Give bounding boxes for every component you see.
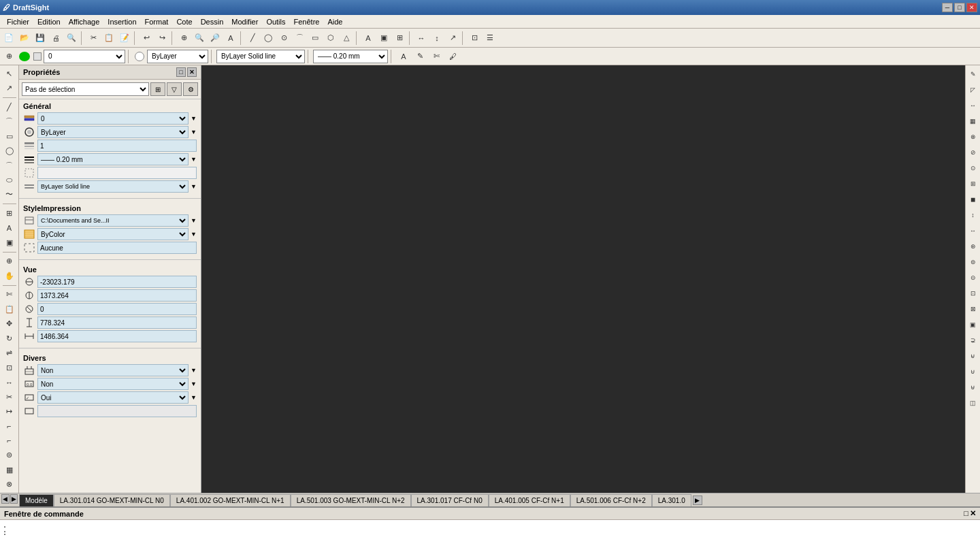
tab-la501006[interactable]: LA.501.006 CF-Cf N+2 (570, 494, 652, 506)
leader-button[interactable]: ↗ (445, 31, 460, 46)
layer-button[interactable]: ⊡ (467, 31, 482, 46)
divers-2-value[interactable]: Non (37, 378, 189, 390)
rt-btn-5[interactable]: ⊗ (966, 129, 981, 144)
minimize-button[interactable]: ─ (942, 3, 953, 12)
close-button[interactable]: ✕ (966, 3, 977, 12)
menu-outils[interactable]: Outils (262, 16, 289, 27)
circle-tool[interactable]: ◯ (2, 144, 17, 157)
block-insert-tool[interactable]: ▣ (2, 236, 17, 249)
rt-btn-10[interactable]: ↕ (966, 208, 981, 223)
triangle-button[interactable]: △ (339, 31, 354, 46)
paste-button[interactable]: 📝 (117, 31, 132, 46)
properties-dock-button[interactable]: □ (176, 67, 186, 77)
menu-insertion[interactable]: Insertion (103, 16, 140, 27)
snap-button[interactable]: ⊕ (176, 31, 191, 46)
extend-tool[interactable]: ↦ (2, 404, 17, 418)
si-style-value[interactable]: ByColor (37, 228, 189, 240)
color-select[interactable]: ByLayer (147, 50, 208, 63)
tab-la501003[interactable]: LA.501.003 GO-MEXT-MIN-CL N+2 (291, 494, 411, 506)
mirror-tool[interactable]: ⇌ (2, 346, 17, 359)
menu-cote[interactable]: Cote (172, 16, 196, 27)
rt-btn-21[interactable]: ⊎ (966, 380, 981, 395)
tab-la301017[interactable]: LA.301.017 CF-Cf N0 (411, 494, 489, 506)
select-similar[interactable]: ↗ (2, 81, 17, 95)
print-button[interactable]: 🖨 (48, 31, 63, 46)
rotate-tool[interactable]: ↻ (2, 331, 17, 345)
polyline-tool[interactable]: ⌒ (2, 114, 17, 128)
move-tool[interactable]: ✥ (2, 317, 17, 331)
cmd-close-button[interactable]: ✕ (970, 509, 976, 518)
line-button[interactable]: ╱ (245, 31, 260, 46)
menu-edition[interactable]: Edition (33, 16, 65, 27)
polygon-button[interactable]: ⬡ (323, 31, 338, 46)
menu-aide[interactable]: Aide (323, 16, 346, 27)
rt-btn-18[interactable]: ⊋ (966, 333, 981, 348)
rt-btn-4[interactable]: ▦ (966, 114, 981, 129)
properties-close-button[interactable]: ✕ (187, 67, 197, 77)
menu-fenetre[interactable]: Fenêtre (290, 16, 324, 27)
rt-btn-17[interactable]: ▣ (966, 317, 981, 332)
fillet-tool[interactable]: ⌐ (2, 419, 17, 433)
divers-1-arrow[interactable]: ▼ (191, 367, 197, 374)
text-tool[interactable]: A (2, 221, 17, 235)
redo-button[interactable]: ↪ (154, 31, 169, 46)
iso-button[interactable]: ✄ (429, 49, 444, 64)
erase-tool[interactable]: ✄ (2, 288, 17, 302)
copy-button[interactable]: 📋 (101, 31, 116, 46)
tab-modele[interactable]: Modèle (19, 494, 54, 506)
color-value[interactable]: ByLayer (37, 126, 189, 138)
dim2-button[interactable]: ↕ (429, 31, 444, 46)
arc-tool[interactable]: ⌒ (2, 159, 17, 172)
cmd-undock-button[interactable]: □ (964, 509, 968, 518)
rt-btn-6[interactable]: ⊘ (966, 145, 981, 160)
rect-button[interactable]: ▭ (308, 31, 323, 46)
zoom-window-tool[interactable]: ⊕ (2, 255, 17, 268)
open-button[interactable]: 📂 (17, 31, 32, 46)
trim-tool[interactable]: ✂ (2, 390, 17, 404)
tab-la401005[interactable]: LA.401.005 CF-Cf N+1 (489, 494, 570, 506)
undo-button[interactable]: ↩ (139, 31, 154, 46)
rt-btn-15[interactable]: ⊡ (966, 286, 981, 301)
zoom-text-button[interactable]: A (223, 31, 238, 46)
stretch-tool[interactable]: ↔ (2, 375, 17, 389)
scale-tool[interactable]: ⊡ (2, 361, 17, 374)
menu-affichage[interactable]: Affichage (65, 16, 104, 27)
rt-btn-1[interactable]: ✎ (966, 67, 981, 82)
array-tool[interactable]: ▦ (2, 463, 17, 476)
break-tool[interactable]: ⊗ (2, 478, 17, 491)
select-filter-button[interactable]: ▽ (167, 82, 182, 96)
color-dropdown-arrow[interactable]: ▼ (191, 129, 197, 135)
match-prop-button[interactable]: 🖋 (445, 49, 460, 64)
text-button[interactable]: A (361, 31, 376, 46)
si-path-arrow[interactable]: ▼ (191, 217, 197, 224)
zoom-in-button[interactable]: 🔎 (208, 31, 223, 46)
menu-format[interactable]: Format (141, 16, 173, 27)
block-button[interactable]: ▣ (376, 31, 391, 46)
si-path-value[interactable]: C:\Documents and Se...II (37, 214, 189, 227)
rt-btn-13[interactable]: ⊜ (966, 255, 981, 270)
dim-button[interactable]: ↔ (414, 31, 429, 46)
cut-button[interactable]: ✂ (86, 31, 101, 46)
rt-btn-11[interactable]: ↔ (966, 223, 981, 238)
linetype-style-value[interactable]: ByLayer Solid line (37, 180, 189, 193)
tab-la401002[interactable]: LA.401.002 GO-MEXT-MIN-CL N+1 (170, 494, 291, 506)
tab-more-button[interactable]: ▶ (693, 496, 702, 505)
layer-value[interactable]: 0 (37, 112, 189, 125)
tab-la3010[interactable]: LA.301.0 (652, 494, 691, 506)
maximize-button[interactable]: □ (954, 3, 965, 12)
menu-fichier[interactable]: Fichier (3, 16, 33, 27)
properties-button[interactable]: ☰ (483, 31, 497, 46)
tab-prev-button[interactable]: ◀ (1, 494, 10, 504)
lineweight-value[interactable]: —— 0.20 mm (37, 153, 189, 165)
linetype-style-arrow[interactable]: ▼ (191, 183, 197, 190)
print-preview-button[interactable]: 🔍 (64, 31, 79, 46)
rt-btn-8[interactable]: ⊞ (966, 176, 981, 191)
rt-btn-2[interactable]: ◸ (966, 82, 981, 97)
circle-button[interactable]: ◯ (261, 31, 276, 46)
rt-btn-12[interactable]: ⊛ (966, 239, 981, 254)
divers-2-arrow[interactable]: ▼ (191, 380, 197, 387)
rt-btn-22[interactable]: ◫ (966, 395, 981, 410)
hatch-tool[interactable]: ⊞ (2, 206, 17, 220)
si-style-arrow[interactable]: ▼ (191, 231, 197, 238)
ellipse-tool[interactable]: ⬭ (2, 173, 17, 186)
